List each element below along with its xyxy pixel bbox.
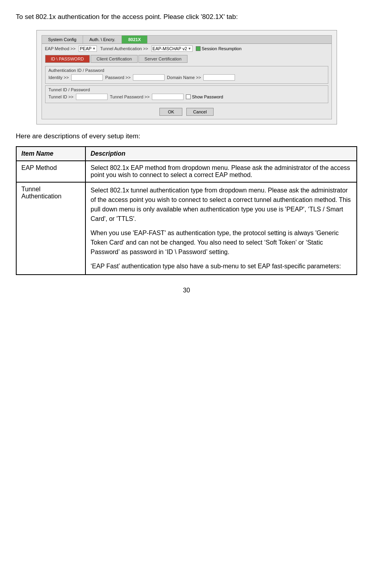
eap-method-value: PEAP [80,46,91,51]
session-resumption-checkbox[interactable] [196,46,201,51]
auth-section: Authentication ID / Password Identity >>… [45,66,328,84]
table-header-desc: Description [85,147,357,161]
session-resumption-label: Session Resumption [202,46,242,51]
identity-label: Identity >> [49,75,69,80]
tunnel-password-label: Tunnel Password >> [110,94,150,99]
tunnel-id-label: Tunnel ID >> [49,94,74,99]
identity-input[interactable] [71,74,103,81]
tab-8021x[interactable]: 8021X [122,36,148,43]
password-label: Password >> [105,75,131,80]
tunnel-desc-para-1: Select 802.1x tunnel authentication type… [91,186,352,224]
session-resumption-checkbox-label[interactable]: Session Resumption [196,46,242,51]
eap-method-select[interactable]: PEAP ▼ [79,45,97,52]
tunnel-form-row: Tunnel ID >> Tunnel Password >> Show Pas… [49,94,325,100]
tunnel-auth-name: TunnelAuthentication [16,182,85,275]
eap-method-name: EAP Method [16,161,85,182]
tunnel-auth-select[interactable]: EAP-MSCHAP v2 ▼ [151,45,193,52]
auth-section-title: Authentication ID / Password [49,68,325,73]
page-number: 30 [16,287,357,294]
screenshot-container: System Config Auth. \ Encry. 8021X EAP M… [36,30,337,124]
id-password-tab[interactable]: ID \ PASSWORD [45,55,90,63]
here-text: Here are descriptions of every setup ite… [16,132,357,140]
tunnel-id-input[interactable] [76,94,108,100]
password-input[interactable] [133,74,165,81]
tunnel-password-input[interactable] [152,94,184,100]
tunnel-section: Tunnel ID / Password Tunnel ID >> Tunnel… [45,85,328,103]
eap-method-arrow: ▼ [92,47,96,51]
tunnel-desc-para-3: ‘EAP Fast’ authentication type also have… [91,262,352,271]
dialog-tabs: System Config Auth. \ Encry. 8021X [42,36,331,44]
tab-auth-encry[interactable]: Auth. \ Encry. [83,36,122,43]
auth-form-row: Identity >> Password >> Domain Name >> [49,74,325,81]
tunnel-auth-arrow: ▼ [188,47,191,51]
show-password-checkbox[interactable] [186,94,191,99]
tunnel-auth-value: EAP-MSCHAP v2 [153,46,187,51]
server-cert-tab[interactable]: Server Certification [138,55,187,63]
eap-method-label: EAP Method >> [45,46,76,51]
table-header-name: Item Name [16,147,85,161]
show-password-text: Show Password [192,94,223,99]
show-password-checkbox-label[interactable]: Show Password [186,94,223,99]
ok-button[interactable]: OK [159,108,182,116]
tunnel-desc-para-2: When you use 'EAP-FAST' as authenticatio… [91,228,352,257]
description-table: Item Name Description EAP Method Select … [16,146,357,275]
domain-label: Domain Name >> [167,75,201,80]
table-row: EAP Method Select 802.1x EAP method from… [16,161,357,182]
dialog-buttons: OK Cancel [42,105,331,119]
tunnel-section-title: Tunnel ID / Password [49,87,325,92]
eap-method-desc: Select 802.1x EAP method from dropdown m… [85,161,357,182]
tunnel-auth-label: Tunnel Authentication >> [100,46,148,51]
client-cert-tab[interactable]: Client Certification [91,55,138,63]
table-row: TunnelAuthentication Select 802.1x tunne… [16,182,357,275]
dialog-box: System Config Auth. \ Encry. 8021X EAP M… [42,35,332,119]
content-tabs-row: ID \ PASSWORD Client Certification Serve… [42,53,331,64]
cancel-button[interactable]: Cancel [186,108,213,116]
tunnel-auth-desc: Select 802.1x tunnel authentication type… [85,182,357,275]
domain-input[interactable] [203,74,235,81]
eap-method-row: EAP Method >> PEAP ▼ Tunnel Authenticati… [42,44,331,53]
tab-system-config[interactable]: System Config [42,36,83,43]
intro-paragraph: To set 802.1x authentication for the acc… [16,12,357,22]
